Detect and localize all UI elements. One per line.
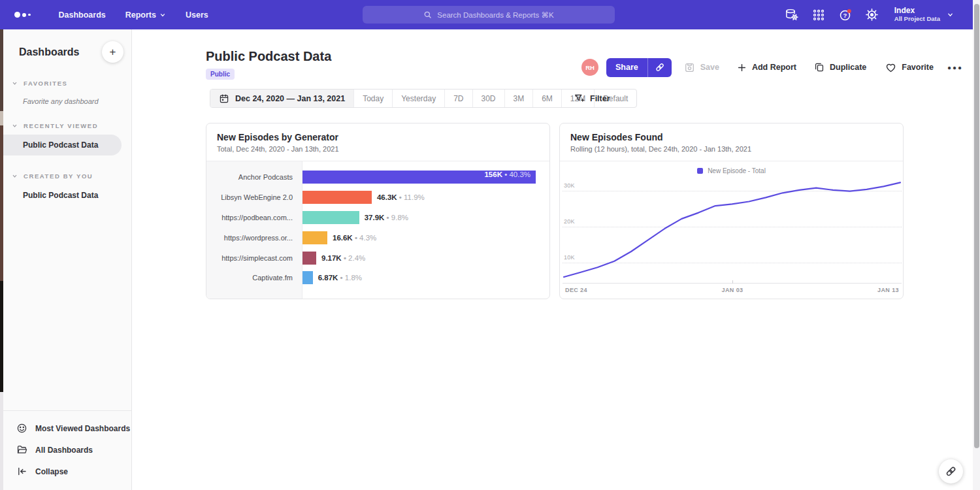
favorites-empty-text: Favorite any dashboard	[3, 87, 131, 105]
bar-row[interactable]: 9.17K 2.4%	[302, 248, 549, 268]
bar-category: https://podbean.com...	[206, 208, 302, 228]
line-series[interactable]	[563, 174, 902, 284]
help-icon[interactable]: ?	[838, 8, 853, 22]
bar-category: Captivate.fm	[206, 268, 302, 288]
bar-row[interactable]: 37.9K 9.8%	[302, 208, 549, 228]
line-plot-area: 30K 20K 10K	[563, 174, 902, 284]
mixpanel-logo-icon[interactable]	[14, 12, 31, 18]
data-management-icon[interactable]	[785, 8, 799, 22]
app-window: Dashboards Reports Users Search Dashboar…	[0, 0, 980, 490]
line-chart-title[interactable]: New Episodes Found	[570, 132, 892, 142]
folder-icon	[16, 444, 27, 455]
search-input[interactable]: Search Dashboards & Reports ⌘K	[363, 6, 615, 24]
line-chart-card: New Episodes Found Rolling (12 hours), t…	[559, 123, 904, 299]
sidebar-item-public-podcast-data[interactable]: Public Podcast Data	[3, 135, 122, 155]
copy-link-floating-button[interactable]	[939, 459, 963, 483]
link-icon	[655, 62, 665, 73]
chevron-down-icon	[12, 173, 18, 179]
share-link-button[interactable]	[647, 58, 672, 77]
smiley-icon	[16, 423, 27, 434]
bar-category: Anchor Podcasts	[206, 167, 302, 188]
notification-dot	[847, 9, 851, 13]
legend-swatch	[697, 168, 703, 174]
nav-item-users[interactable]: Users	[186, 10, 208, 20]
chevron-down-icon	[12, 123, 18, 129]
search-icon	[423, 10, 432, 19]
add-report-button[interactable]: Add Report	[737, 63, 796, 73]
avatar[interactable]: RH	[581, 59, 598, 76]
more-options-button[interactable]: ●●●	[947, 64, 963, 71]
preset-6m[interactable]: 6M	[532, 90, 561, 107]
filter-button[interactable]: Filter	[574, 89, 610, 108]
heart-icon	[885, 62, 896, 73]
sidebar-title: Dashboards	[19, 46, 79, 58]
link-icon	[945, 465, 957, 478]
preset-today[interactable]: Today	[353, 90, 392, 107]
favorite-button[interactable]: Favorite	[885, 62, 934, 73]
share-button[interactable]: Share	[606, 58, 647, 77]
project-name: Index	[894, 7, 940, 15]
public-badge: Public	[206, 69, 235, 80]
bar-plot-area: 156K 40.3% 46.3K 11.9% 37.9K 9.8% 16.6K …	[302, 161, 549, 299]
svg-text:?: ?	[843, 12, 847, 19]
section-favorites[interactable]: FAVORITES	[3, 80, 131, 87]
bar-category-labels: Anchor Podcasts Libsyn WebEngine 2.0 htt…	[206, 161, 302, 299]
nav-item-reports[interactable]: Reports	[125, 10, 166, 20]
save-report-icon	[684, 62, 695, 73]
bar-category: https://wordpress.or...	[206, 227, 302, 248]
preset-7d[interactable]: 7D	[444, 90, 472, 107]
header-actions: RH Share Save Add Report Duplicate Favor…	[581, 58, 963, 76]
bar-chart-card: New Episodes by Generator Total, Dec 24t…	[206, 123, 550, 299]
date-range-picker[interactable]: Dec 24, 2020 — Jan 13, 2021	[210, 90, 353, 107]
duplicate-icon	[814, 62, 825, 73]
x-tick-label: DEC 24	[565, 287, 587, 293]
bar-category: https://simplecast.com	[206, 248, 302, 268]
project-subtitle: All Project Data	[894, 15, 940, 23]
all-dashboards-button[interactable]: All Dashboards	[3, 439, 131, 461]
line-chart-subtitle: Rolling (12 hours), total, Dec 24th, 202…	[570, 145, 892, 153]
most-viewed-dashboards-button[interactable]: Most Viewed Dashboards	[3, 417, 131, 439]
page-title: Public Podcast Data	[206, 49, 331, 64]
chevron-down-icon	[947, 11, 954, 18]
chevron-down-icon	[12, 80, 18, 86]
bar-chart-title[interactable]: New Episodes by Generator	[217, 132, 539, 142]
scrollbar-thumb[interactable]	[974, 4, 979, 448]
vertical-scrollbar[interactable]	[973, 0, 980, 490]
chart-legend[interactable]: New Episode - Total	[560, 167, 903, 174]
nav-item-dashboards[interactable]: Dashboards	[59, 10, 106, 20]
filter-funnel-icon	[574, 93, 585, 104]
duplicate-button[interactable]: Duplicate	[814, 62, 866, 73]
calendar-icon	[219, 93, 229, 104]
section-created-by-you[interactable]: CREATED BY YOU	[3, 172, 131, 180]
add-dashboard-button[interactable]: +	[102, 41, 123, 63]
bar-row[interactable]: 6.87K 1.8%	[302, 268, 549, 288]
top-nav: Dashboards Reports Users Search Dashboar…	[0, 0, 980, 29]
preset-30d[interactable]: 30D	[472, 90, 504, 107]
legend-label: New Episode - Total	[708, 167, 766, 174]
bar-row[interactable]: 16.6K 4.3%	[302, 227, 549, 248]
project-selector[interactable]: Index All Project Data	[894, 7, 954, 23]
x-tick-label: JAN 13	[877, 287, 899, 293]
plus-icon	[737, 63, 747, 73]
bar-chart-subtitle: Total, Dec 24th, 2020 - Jan 13th, 2021	[217, 145, 539, 153]
collapse-sidebar-button[interactable]: Collapse	[3, 461, 131, 482]
apps-grid-icon[interactable]	[811, 8, 826, 22]
bar-row[interactable]: 156K 40.3%	[302, 167, 549, 188]
collapse-icon	[16, 466, 27, 477]
settings-gear-icon[interactable]	[865, 8, 879, 22]
sidebar-item-public-podcast-data-created[interactable]: Public Podcast Data	[3, 185, 131, 206]
x-tick-label: JAN 03	[722, 287, 743, 293]
section-recently-viewed[interactable]: RECENTLY VIEWED	[3, 122, 131, 129]
preset-3m[interactable]: 3M	[504, 90, 533, 107]
save-button[interactable]: Save	[684, 62, 719, 73]
sidebar: Dashboards + FAVORITES Favorite any dash…	[3, 29, 132, 490]
share-split-button: Share	[606, 58, 672, 77]
bar-category: Libsyn WebEngine 2.0	[206, 188, 302, 208]
chevron-down-icon	[159, 12, 166, 18]
bar-row[interactable]: 46.3K 11.9%	[302, 188, 549, 208]
x-axis-labels: DEC 24 JAN 03 JAN 13	[563, 287, 902, 293]
preset-yesterday[interactable]: Yesterday	[392, 90, 444, 107]
